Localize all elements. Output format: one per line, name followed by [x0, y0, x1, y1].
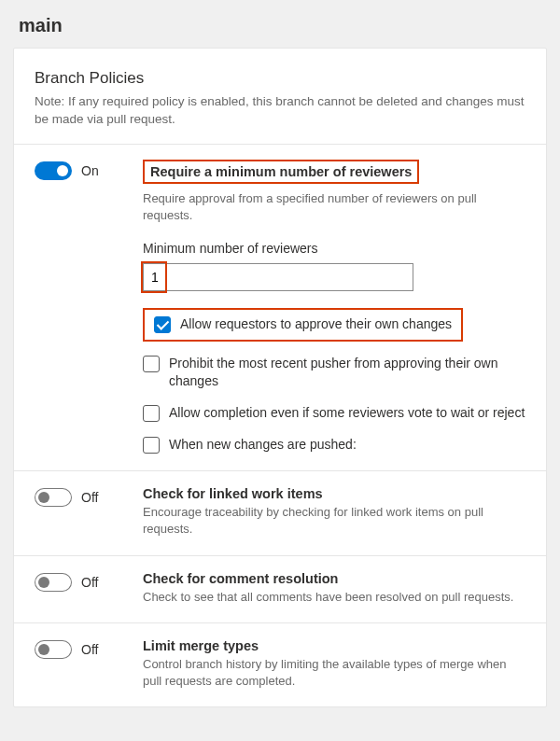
branch-policies-panel: Branch Policies Note: If any required po… — [13, 48, 547, 707]
policy-title-limit-merge-types: Limit merge types — [143, 638, 525, 653]
policy-desc-min-reviewers: Require approval from a specified number… — [143, 190, 525, 224]
checkbox-label-prohibit-pusher: Prohibit the most recent pusher from app… — [169, 355, 525, 391]
policy-desc-limit-merge-types: Control branch history by limiting the a… — [143, 656, 525, 690]
checkbox-row-prohibit-pusher: Prohibit the most recent pusher from app… — [143, 355, 525, 391]
policy-min-reviewers: On Require a minimum number of reviewers… — [14, 145, 546, 471]
checkbox-new-changes[interactable] — [143, 437, 160, 454]
checkbox-label-new-changes: When new changes are pushed: — [169, 436, 357, 454]
checkbox-label-allow-requestors: Allow requestors to approve their own ch… — [180, 315, 452, 334]
policy-comment-resolution: Off Check for comment resolution Check t… — [14, 556, 546, 623]
page-title: main — [0, 0, 560, 48]
checkbox-allow-completion[interactable] — [143, 405, 160, 422]
toggle-linked-work-items[interactable] — [35, 488, 72, 507]
min-reviewers-num-label: Minimum number of reviewers — [143, 241, 525, 256]
toggle-limit-merge-types[interactable] — [35, 640, 72, 659]
policy-title-comment-resolution: Check for comment resolution — [143, 571, 525, 586]
min-reviewers-input-wrap — [143, 263, 413, 291]
checkbox-allow-requestors-wrap: Allow requestors to approve their own ch… — [143, 308, 463, 342]
toggle-min-reviewers[interactable] — [35, 161, 72, 180]
checkbox-row-new-changes: When new changes are pushed: — [143, 436, 525, 454]
min-reviewers-input[interactable] — [143, 263, 413, 291]
checkbox-row-allow-completion: Allow completion even if some reviewers … — [143, 404, 525, 423]
toggle-comment-resolution[interactable] — [35, 573, 72, 592]
toggle-label-off: Off — [81, 490, 98, 505]
toggle-label-off-2: Off — [81, 575, 98, 590]
policy-title-min-reviewers: Require a minimum number of reviewers — [143, 160, 419, 184]
panel-title: Branch Policies — [35, 69, 525, 88]
policy-desc-comment-resolution: Check to see that all comments have been… — [143, 589, 525, 606]
checkbox-prohibit-pusher[interactable] — [143, 356, 160, 372]
checkbox-allow-requestors[interactable] — [154, 316, 171, 333]
policy-limit-merge-types: Off Limit merge types Control branch his… — [14, 623, 546, 706]
policy-desc-linked-work-items: Encourage traceability by checking for l… — [143, 504, 525, 538]
panel-note: Note: If any required policy is enabled,… — [35, 93, 525, 129]
checkbox-label-allow-completion: Allow completion even if some reviewers … — [169, 404, 525, 423]
toggle-label-on: On — [81, 163, 99, 178]
panel-header: Branch Policies Note: If any required po… — [14, 49, 546, 145]
policy-linked-work-items: Off Check for linked work items Encourag… — [14, 471, 546, 555]
policy-title-linked-work-items: Check for linked work items — [143, 486, 525, 501]
toggle-label-off-3: Off — [81, 642, 98, 657]
